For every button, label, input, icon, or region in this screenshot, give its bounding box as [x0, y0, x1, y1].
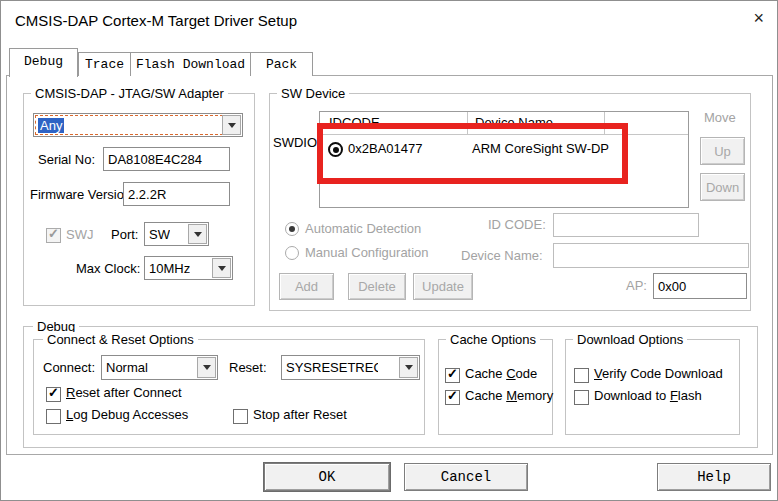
label-part: M [506, 388, 517, 403]
automatic-detection-label: Automatic Detection [305, 221, 421, 236]
move-down-button: Down [700, 173, 745, 201]
log-debug-accesses-checkbox[interactable] [46, 409, 61, 424]
ap-field[interactable]: 0x00 [653, 273, 747, 299]
reset-after-connect-checkbox[interactable] [46, 387, 61, 402]
label-part: F [670, 388, 678, 403]
add-button-label: Add [295, 279, 318, 294]
firmware-version-field: 2.2.2R [123, 182, 230, 206]
label-part: Cache [465, 388, 506, 403]
stop-after-reset-label: Stop after Reset [253, 407, 347, 422]
verify-code-download-checkbox[interactable] [574, 368, 589, 383]
download-to-flash-checkbox[interactable] [574, 390, 589, 405]
manual-configuration-radio [285, 246, 299, 260]
id-code-field [553, 213, 699, 237]
max-clock-combo[interactable]: 10MHz [144, 256, 233, 280]
serial-no-label: Serial No: [38, 152, 95, 167]
firmware-version-label: Firmware Version: [30, 187, 135, 202]
label-part: ode [516, 366, 538, 381]
cache-options-group-title: Cache Options [446, 332, 540, 347]
label-part: eset after Connect [75, 385, 181, 400]
cancel-button-label: Cancel [441, 469, 491, 485]
label-part: Download to [594, 388, 670, 403]
reset-after-connect-label: Reset after Connect [66, 385, 182, 400]
label-part: og Debug Accesses [73, 407, 188, 422]
swdio-label: SWDIO [273, 135, 317, 150]
tab-trace[interactable]: Trace [78, 52, 131, 76]
target-driver-setup-dialog: CMSIS-DAP Cortex-M Target Driver Setup ×… [0, 0, 778, 501]
cancel-button[interactable]: Cancel [404, 463, 528, 491]
sw-device-group-title: SW Device [277, 86, 349, 101]
firmware-version-value: 2.2.2R [128, 187, 166, 202]
tab-pack[interactable]: Pack [250, 52, 313, 76]
automatic-detection-radio [285, 222, 299, 236]
stop-after-reset-checkbox[interactable] [233, 409, 248, 424]
cache-options-group [438, 339, 553, 435]
tab-debug[interactable]: Debug [9, 48, 78, 77]
label-part: lash [678, 388, 702, 403]
help-button[interactable]: Help [657, 463, 771, 491]
chevron-down-icon[interactable] [222, 115, 241, 135]
download-options-group [565, 339, 740, 435]
update-button-label: Update [422, 279, 464, 294]
label-part: R [66, 385, 75, 400]
annotation-highlight [317, 123, 628, 184]
tab-pack-label: Pack [266, 57, 297, 72]
adapter-group-title: CMSIS-DAP - JTAG/SW Adapter [31, 86, 228, 101]
delete-button-label: Delete [358, 279, 396, 294]
download-to-flash-label: Download to Flash [594, 388, 702, 403]
close-icon[interactable]: × [753, 8, 764, 28]
reset-combo[interactable]: SYSRESETREQ [281, 355, 420, 380]
connect-combo[interactable]: Normal [101, 355, 218, 380]
connect-label: Connect: [43, 360, 95, 375]
download-options-group-title: Download Options [573, 332, 687, 347]
connect-reset-group-title: Connect & Reset Options [43, 332, 198, 347]
tab-trace-label: Trace [85, 57, 124, 72]
chevron-down-icon[interactable] [212, 258, 231, 278]
ap-label: AP: [626, 278, 647, 293]
cache-memory-label: Cache Memory [465, 388, 553, 403]
reset-label: Reset: [229, 360, 267, 375]
port-value: SW [149, 227, 170, 242]
cache-memory-checkbox[interactable] [445, 390, 460, 405]
log-debug-accesses-label: Log Debug Accesses [66, 407, 188, 422]
ok-button[interactable]: OK [264, 463, 390, 491]
manual-configuration-label: Manual Configuration [305, 245, 429, 260]
serial-no-value: DA8108E4C284 [108, 152, 202, 167]
adapter-unit-combo[interactable]: Any [33, 113, 243, 137]
label-part: emory [517, 388, 553, 403]
chevron-down-icon[interactable] [197, 357, 216, 378]
tab-flash-download-label: Flash Download [136, 57, 245, 72]
help-button-label: Help [697, 469, 731, 485]
label-part: Stop after Reset [253, 407, 347, 422]
chevron-down-icon[interactable] [399, 357, 418, 378]
dialog-title: CMSIS-DAP Cortex-M Target Driver Setup [15, 12, 297, 29]
move-down-label: Down [706, 180, 739, 195]
chevron-down-icon[interactable] [188, 224, 207, 244]
label-part: C [506, 366, 515, 381]
device-name-label: Device Name: [461, 248, 543, 263]
cache-code-checkbox[interactable] [445, 368, 460, 383]
swj-checkbox [46, 228, 61, 243]
ap-value: 0x00 [658, 279, 686, 294]
connect-value: Normal [106, 360, 148, 375]
port-combo[interactable]: SW [144, 222, 209, 246]
adapter-unit-value: Any [38, 118, 64, 133]
serial-no-field: DA8108E4C284 [103, 147, 230, 171]
tab-debug-label: Debug [24, 54, 63, 69]
title-bar: CMSIS-DAP Cortex-M Target Driver Setup × [1, 1, 777, 45]
swj-label: SWJ [66, 227, 93, 242]
cache-code-label: Cache Code [465, 366, 537, 381]
move-up-label: Up [714, 144, 731, 159]
label-part: erify Code Download [602, 366, 723, 381]
tab-flash-download[interactable]: Flash Download [130, 52, 251, 76]
device-name-field [553, 243, 749, 268]
verify-code-download-label: Verify Code Download [594, 366, 723, 381]
id-code-label: ID CODE: [488, 217, 546, 232]
delete-button: Delete [348, 273, 406, 300]
max-clock-label: Max Clock: [76, 261, 140, 276]
move-up-button: Up [700, 137, 745, 165]
label-part: V [594, 366, 602, 381]
add-button: Add [279, 273, 334, 300]
ok-button-label: OK [319, 469, 336, 485]
max-clock-value: 10MHz [149, 261, 190, 276]
